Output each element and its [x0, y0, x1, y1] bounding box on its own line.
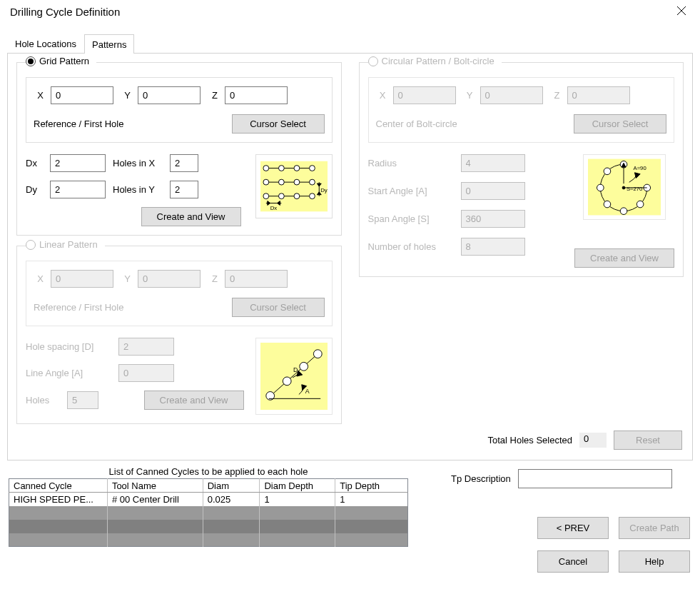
grid-holesy-input[interactable] — [170, 181, 198, 198]
grid-dy-input[interactable] — [50, 181, 106, 198]
col-tool-name[interactable]: Tool Name — [107, 479, 203, 493]
tp-description-input[interactable] — [518, 469, 672, 488]
grid-z-label: Z — [208, 90, 218, 101]
linear-pattern-section: Linear Pattern X Y Z Refere — [16, 246, 342, 424]
col-diam-depth[interactable]: Diam Depth — [260, 479, 335, 493]
grid-ref-label: Reference / First Hole — [34, 119, 123, 129]
svg-point-27 — [313, 350, 322, 358]
circ-start-label: Start Angle [A] — [368, 186, 454, 196]
circ-center-label: Center of Bolt-circle — [376, 119, 457, 129]
svg-point-17 — [309, 193, 315, 199]
svg-point-10 — [263, 179, 268, 185]
grid-pattern-section: Grid Pattern X Y Z Referenc — [16, 62, 342, 236]
linear-ref-label: Reference / First Hole — [34, 302, 123, 313]
grid-dx-input[interactable] — [50, 154, 106, 172]
circ-radius-input — [461, 154, 525, 172]
grid-dx-label: Dx — [26, 158, 43, 168]
svg-point-14 — [263, 193, 268, 199]
cancel-button[interactable]: Cancel — [537, 550, 609, 573]
linear-cursor-select-button: Cursor Select — [232, 298, 325, 317]
tab-patterns[interactable]: Patterns — [84, 34, 134, 54]
linear-y-input — [138, 270, 201, 288]
help-button[interactable]: Help — [619, 550, 690, 573]
linear-diagram: D A — [255, 338, 333, 415]
svg-point-37 — [597, 184, 604, 191]
grid-cursor-select-button[interactable]: Cursor Select — [232, 114, 325, 134]
svg-text:A: A — [305, 388, 309, 395]
circ-start-input — [461, 182, 525, 200]
svg-point-25 — [283, 377, 291, 386]
svg-text:A=90: A=90 — [634, 165, 646, 171]
svg-text:S=270: S=270 — [627, 186, 642, 192]
linear-angle-input — [118, 364, 174, 382]
svg-point-26 — [299, 362, 308, 371]
svg-point-15 — [278, 193, 284, 199]
circ-num-label: Number of holes — [368, 241, 454, 252]
grid-x-label: X — [34, 90, 44, 101]
circ-cursor-select-button: Cursor Select — [574, 114, 666, 134]
svg-point-6 — [263, 166, 268, 171]
linear-create-view-button: Create and View — [144, 391, 244, 410]
svg-text:Dy: Dy — [320, 187, 328, 193]
linear-z-input — [225, 270, 288, 288]
grid-create-view-button[interactable]: Create and View — [141, 207, 241, 226]
grid-dy-label: Dy — [26, 184, 43, 195]
circ-y-input — [480, 86, 543, 104]
circ-z-input — [567, 86, 630, 104]
grid-pattern-label: Grid Pattern — [39, 56, 89, 66]
svg-point-11 — [278, 179, 284, 185]
col-tip-depth[interactable]: Tip Depth — [335, 479, 408, 493]
circ-diagram: A=90 S=270 — [583, 154, 666, 220]
grid-z-input[interactable] — [225, 86, 288, 104]
circ-span-input — [461, 210, 525, 228]
circular-pattern-radio[interactable] — [368, 56, 378, 66]
svg-point-38 — [604, 168, 611, 175]
cell-tool-name: # 00 Center Drill — [107, 493, 203, 506]
circ-span-label: Span Angle [S] — [368, 213, 454, 224]
circular-pattern-section: Circular Pattern / Bolt-circle X Y Z — [359, 62, 684, 277]
linear-spacing-label: Hole spacing [D] — [26, 341, 111, 352]
window-title: Drilling Cycle Definition — [10, 6, 120, 18]
col-diam[interactable]: Diam — [203, 479, 260, 493]
grid-pattern-radio[interactable] — [26, 56, 36, 66]
total-holes-label: Total Holes Selected — [487, 435, 572, 446]
linear-z-label: Z — [208, 273, 218, 284]
circ-radius-label: Radius — [368, 158, 454, 168]
circ-num-input — [461, 238, 525, 256]
grid-y-label: Y — [121, 90, 131, 101]
linear-holes-input — [67, 391, 98, 409]
svg-point-9 — [309, 166, 315, 171]
close-icon[interactable] — [673, 6, 690, 18]
grid-y-input[interactable] — [138, 86, 201, 104]
linear-spacing-input — [118, 338, 174, 356]
tp-description-label: Tp Description — [451, 473, 511, 484]
linear-y-label: Y — [121, 273, 131, 284]
prev-button[interactable]: < PREV — [537, 517, 609, 539]
linear-angle-label: Line Angle [A] — [26, 368, 111, 378]
tab-hole-locations[interactable]: Hole Locations — [7, 34, 84, 53]
grid-x-input[interactable] — [51, 86, 113, 104]
tab-strip: Hole Locations Patterns — [7, 34, 693, 54]
svg-point-8 — [294, 166, 300, 171]
linear-pattern-radio[interactable] — [26, 240, 36, 250]
linear-holes-label: Holes — [26, 395, 60, 406]
svg-text:D: D — [293, 366, 298, 373]
circ-x-input — [393, 86, 456, 104]
create-path-button: Create Path — [619, 517, 690, 539]
cell-canned-cycle: HIGH SPEED PE... — [9, 493, 108, 506]
svg-point-13 — [309, 179, 315, 185]
table-row[interactable]: HIGH SPEED PE... # 00 Center Drill 0.025… — [9, 493, 408, 506]
svg-point-35 — [620, 208, 627, 215]
circ-z-label: Z — [550, 90, 560, 101]
svg-text:Dx: Dx — [270, 205, 277, 211]
circ-y-label: Y — [463, 90, 473, 101]
cycles-table[interactable]: Canned Cycle Tool Name Diam Diam Depth T… — [9, 478, 408, 547]
grid-holesx-label: Holes in X — [113, 158, 163, 168]
grid-holesx-input[interactable] — [170, 154, 198, 172]
linear-pattern-label: Linear Pattern — [39, 239, 98, 250]
svg-point-7 — [278, 166, 284, 171]
grid-diagram: Dy Dx — [255, 154, 333, 218]
col-canned-cycle[interactable]: Canned Cycle — [9, 479, 108, 493]
total-holes-value: 0 — [579, 433, 607, 448]
grid-holesy-label: Holes in Y — [113, 184, 163, 195]
